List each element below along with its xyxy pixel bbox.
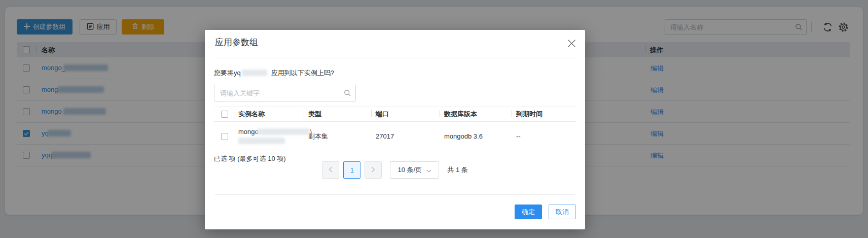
chevron-right-icon <box>371 166 375 174</box>
instance-checkbox[interactable] <box>221 133 228 140</box>
close-icon[interactable] <box>566 38 576 48</box>
instance-name: mongo) <box>238 127 308 146</box>
chevron-left-icon <box>329 166 333 174</box>
prev-page-button[interactable] <box>322 161 339 179</box>
instance-port: 27017 <box>376 132 444 140</box>
select-all-checkbox[interactable] <box>221 111 228 118</box>
page-number-button[interactable]: 1 <box>343 161 360 179</box>
db-version-header: 数据库版本 <box>444 110 516 119</box>
dialog-footer: 确定 取消 <box>515 205 576 219</box>
next-page-button[interactable] <box>365 161 382 179</box>
keyword-search <box>214 85 356 101</box>
confirm-question: 您要将yq应用到以下实例上吗? <box>214 69 334 78</box>
instance-table-header: 实例名称 类型 端口 数据库版本 到期时间 <box>214 107 576 122</box>
redacted-text <box>238 138 285 144</box>
keyword-search-input[interactable] <box>214 85 356 101</box>
instance-expiry: -- <box>516 132 576 140</box>
screen: 创建参数组 应用 删除 <box>0 0 868 238</box>
page-size-value: 10 条/页 <box>397 165 422 175</box>
instance-type: 副本集 <box>308 132 376 141</box>
divider <box>215 194 575 195</box>
type-header: 类型 <box>308 110 376 119</box>
instance-table: 实例名称 类型 端口 数据库版本 到期时间 mongo) 副本集 27017 m… <box>214 107 576 151</box>
port-header: 端口 <box>376 110 444 119</box>
cancel-button[interactable]: 取消 <box>549 205 576 219</box>
chevron-down-icon <box>426 166 431 174</box>
instance-row: mongo) 副本集 27017 mongodb 3.6 -- <box>214 122 576 151</box>
confirm-button[interactable]: 确定 <box>515 205 542 219</box>
instance-db-version: mongodb 3.6 <box>444 132 516 140</box>
pagination: 1 10 条/页 共 1 条 <box>205 161 585 179</box>
search-icon <box>344 89 351 98</box>
divider <box>215 58 575 58</box>
apply-param-group-dialog: 应用参数组 您要将yq应用到以下实例上吗? 实例名称 类型 端口 数据库版本 到… <box>205 30 585 229</box>
dialog-title: 应用参数组 <box>215 37 258 48</box>
total-count: 共 1 条 <box>447 165 467 175</box>
expiry-header: 到期时间 <box>516 110 576 119</box>
redacted-text <box>242 70 267 76</box>
instance-name-header: 实例名称 <box>238 110 308 119</box>
page-size-select[interactable]: 10 条/页 <box>390 161 439 179</box>
redacted-text <box>257 128 310 135</box>
